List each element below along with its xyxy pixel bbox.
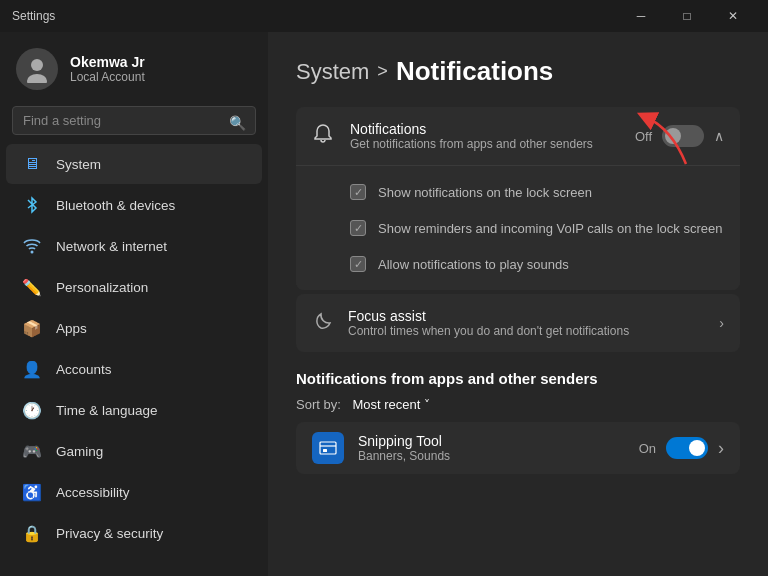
accessibility-icon: ♿ xyxy=(22,482,42,502)
time-icon: 🕐 xyxy=(22,400,42,420)
sidebar-item-gaming[interactable]: 🎮 Gaming xyxy=(6,431,262,471)
user-account-type: Local Account xyxy=(70,70,145,84)
sidebar-label-accounts: Accounts xyxy=(56,362,112,377)
notifications-text: Notifications Get notifications from app… xyxy=(350,121,621,151)
search-input[interactable] xyxy=(12,106,256,135)
sort-dropdown[interactable]: Most recent ˅ xyxy=(352,397,430,412)
chevron-up-icon[interactable]: ∧ xyxy=(714,128,724,144)
checkbox-reminders[interactable]: ✓ xyxy=(350,220,366,236)
app-container: Okemwa Jr Local Account 🔍 🖥 System Bluet xyxy=(0,32,768,576)
sub-options: ✓ Show notifications on the lock screen … xyxy=(296,165,740,290)
svg-rect-3 xyxy=(320,442,336,454)
sidebar-item-accessibility[interactable]: ♿ Accessibility xyxy=(6,472,262,512)
moon-icon xyxy=(312,310,334,337)
sub-option-sounds: ✓ Allow notifications to play sounds xyxy=(296,246,740,282)
toggle-thumb xyxy=(665,128,681,144)
titlebar-title: Settings xyxy=(12,9,55,23)
app-notif-sub: Banners, Sounds xyxy=(358,449,625,463)
breadcrumb: System > Notifications xyxy=(296,56,740,87)
svg-rect-5 xyxy=(323,449,327,452)
sub-option-reminders: ✓ Show reminders and incoming VoIP calls… xyxy=(296,210,740,246)
sidebar-label-time: Time & language xyxy=(56,403,158,418)
privacy-icon: 🔒 xyxy=(22,523,42,543)
sidebar-item-time[interactable]: 🕐 Time & language xyxy=(6,390,262,430)
sidebar-item-network[interactable]: Network & internet xyxy=(6,226,262,266)
nav-items: 🖥 System Bluetooth & devices xyxy=(0,143,268,554)
app-notif-text: Snipping Tool Banners, Sounds xyxy=(358,433,625,463)
app-notif-toggle-area: On › xyxy=(639,437,724,459)
sort-value: Most recent xyxy=(352,397,420,412)
search-container: 🔍 xyxy=(0,102,268,143)
network-icon xyxy=(22,236,42,256)
svg-point-1 xyxy=(27,74,47,83)
notifications-toggle-area: Off ∧ xyxy=(635,125,724,147)
breadcrumb-system: System xyxy=(296,59,369,85)
apps-icon: 📦 xyxy=(22,318,42,338)
notifications-header: Notifications Get notifications from app… xyxy=(296,107,740,165)
focus-subtitle: Control times when you do and don't get … xyxy=(348,324,705,338)
snipping-tool-icon xyxy=(312,432,344,464)
sidebar: Okemwa Jr Local Account 🔍 🖥 System Bluet xyxy=(0,32,268,576)
minimize-button[interactable]: ─ xyxy=(618,0,664,32)
breadcrumb-current: Notifications xyxy=(396,56,553,87)
sidebar-item-system[interactable]: 🖥 System xyxy=(6,144,262,184)
bell-icon xyxy=(312,123,336,150)
sidebar-label-system: System xyxy=(56,157,101,172)
checkbox-lockscreen[interactable]: ✓ xyxy=(350,184,366,200)
user-name: Okemwa Jr xyxy=(70,54,145,70)
sidebar-item-bluetooth[interactable]: Bluetooth & devices xyxy=(6,185,262,225)
window-controls: ─ □ ✕ xyxy=(618,0,756,32)
sidebar-item-apps[interactable]: 📦 Apps xyxy=(6,308,262,348)
sidebar-label-bluetooth: Bluetooth & devices xyxy=(56,198,175,213)
personalization-icon: ✏️ xyxy=(22,277,42,297)
svg-point-0 xyxy=(31,59,43,71)
titlebar: Settings ─ □ ✕ xyxy=(0,0,768,32)
app-toggle-label: On xyxy=(639,441,656,456)
content-area: System > Notifications Notifications Get… xyxy=(268,32,768,576)
user-profile: Okemwa Jr Local Account xyxy=(0,32,268,102)
toggle-off-label: Off xyxy=(635,129,652,144)
focus-assist-card[interactable]: Focus assist Control times when you do a… xyxy=(296,294,740,352)
user-info: Okemwa Jr Local Account xyxy=(70,54,145,84)
avatar xyxy=(16,48,58,90)
sub-option-lockscreen-label: Show notifications on the lock screen xyxy=(378,185,592,200)
gaming-icon: 🎮 xyxy=(22,441,42,461)
app-chevron-right-icon[interactable]: › xyxy=(718,438,724,459)
system-icon: 🖥 xyxy=(22,154,42,174)
sub-option-reminders-label: Show reminders and incoming VoIP calls o… xyxy=(378,221,722,236)
sidebar-item-accounts[interactable]: 👤 Accounts xyxy=(6,349,262,389)
breadcrumb-separator: > xyxy=(377,61,388,82)
sidebar-label-apps: Apps xyxy=(56,321,87,336)
sidebar-item-personalization[interactable]: ✏️ Personalization xyxy=(6,267,262,307)
close-button[interactable]: ✕ xyxy=(710,0,756,32)
bluetooth-icon xyxy=(22,195,42,215)
sort-bar: Sort by: Most recent ˅ xyxy=(296,397,740,412)
sub-option-sounds-label: Allow notifications to play sounds xyxy=(378,257,569,272)
focus-text: Focus assist Control times when you do a… xyxy=(348,308,705,338)
sidebar-label-gaming: Gaming xyxy=(56,444,103,459)
notifications-toggle[interactable] xyxy=(662,125,704,147)
notifications-card: Notifications Get notifications from app… xyxy=(296,107,740,290)
sort-label: Sort by: xyxy=(296,397,341,412)
sort-chevron-icon: ˅ xyxy=(424,398,430,412)
sidebar-item-privacy[interactable]: 🔒 Privacy & security xyxy=(6,513,262,553)
maximize-button[interactable]: □ xyxy=(664,0,710,32)
app-notif-snipping-tool: Snipping Tool Banners, Sounds On › xyxy=(296,422,740,474)
checkbox-sounds[interactable]: ✓ xyxy=(350,256,366,272)
focus-title: Focus assist xyxy=(348,308,705,324)
app-notif-toggle[interactable] xyxy=(666,437,708,459)
chevron-right-icon: › xyxy=(719,315,724,331)
app-notif-name: Snipping Tool xyxy=(358,433,625,449)
accounts-icon: 👤 xyxy=(22,359,42,379)
sidebar-label-privacy: Privacy & security xyxy=(56,526,163,541)
sidebar-label-network: Network & internet xyxy=(56,239,167,254)
app-toggle-thumb xyxy=(689,440,705,456)
search-icon: 🔍 xyxy=(229,115,246,131)
from-apps-title: Notifications from apps and other sender… xyxy=(296,370,740,387)
notifications-title: Notifications xyxy=(350,121,621,137)
sub-option-lockscreen: ✓ Show notifications on the lock screen xyxy=(296,174,740,210)
sidebar-label-accessibility: Accessibility xyxy=(56,485,130,500)
sidebar-label-personalization: Personalization xyxy=(56,280,148,295)
notifications-subtitle: Get notifications from apps and other se… xyxy=(350,137,621,151)
svg-point-2 xyxy=(31,251,34,254)
